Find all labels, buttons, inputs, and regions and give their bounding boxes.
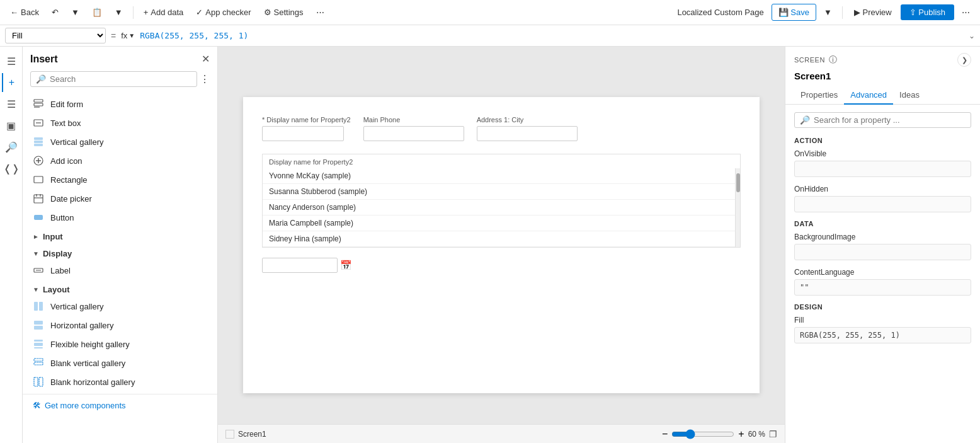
screen-help-icon[interactable]: ⓘ — [829, 54, 837, 66]
fx-button[interactable]: fx ▼ — [121, 31, 135, 40]
more-icon: ⋯ — [316, 8, 324, 17]
save-chevron-icon: ▼ — [824, 8, 832, 17]
input-section-label: Input — [43, 232, 63, 241]
text-box-label: Text box — [50, 118, 81, 128]
background-image-input[interactable] — [794, 244, 971, 260]
search-icon-btn[interactable]: 🔎 — [2, 137, 21, 156]
prop-background-image: BackgroundImage — [794, 233, 971, 260]
content-language-input[interactable] — [794, 279, 971, 296]
code-icon-btn[interactable]: ❬❭ — [2, 159, 21, 178]
property-select[interactable]: Fill — [5, 28, 106, 43]
fill-input[interactable] — [794, 327, 971, 343]
canvas-field-phone: Main Phone — [363, 116, 464, 141]
formula-input[interactable] — [140, 31, 964, 40]
insert-close-button[interactable]: ✕ — [202, 53, 210, 65]
action-section-title: ACTION — [794, 137, 971, 144]
get-more-link[interactable]: 🛠 Get more components — [23, 394, 217, 417]
insert-menu-button[interactable]: ⋮ — [200, 73, 210, 85]
more-button[interactable]: ⋯ — [311, 5, 329, 20]
gallery-header: Display name for Property2 — [263, 154, 740, 168]
formula-collapse-icon[interactable]: ⌄ — [969, 32, 975, 40]
fill-label: Fill — [794, 316, 971, 325]
save-icon: 💾 — [778, 8, 789, 17]
svg-rect-19 — [34, 302, 38, 311]
right-panel-collapse-button[interactable]: ❯ — [957, 53, 971, 67]
svg-rect-23 — [34, 340, 43, 342]
input-section-header[interactable]: ► Input — [23, 227, 217, 244]
vertical-gallery-2-label: Vertical gallery — [50, 302, 104, 311]
menu-icon-btn[interactable]: ☰ — [2, 52, 21, 71]
gallery-item-0[interactable]: Yvonne McKay (sample) — [263, 168, 740, 184]
zoom-out-button[interactable]: − — [662, 429, 668, 440]
on-visible-label: OnVisible — [794, 149, 971, 158]
zoom-slider[interactable] — [671, 429, 734, 439]
property-search-input[interactable] — [814, 115, 966, 125]
data-icon-btn[interactable]: ☰ — [2, 95, 21, 113]
app-checker-button[interactable]: ✓ App checker — [191, 5, 256, 20]
plus-icon: + — [144, 8, 149, 17]
field3-input[interactable] — [477, 126, 578, 141]
insert-item-vertical-gallery[interactable]: Vertical gallery — [23, 132, 217, 151]
toolbar: ← Back ↶ ▼ 📋 ▼ + Add data ✓ App checker … — [0, 0, 980, 25]
insert-item-rectangle[interactable]: Rectangle — [23, 170, 217, 189]
insert-item-date-picker[interactable]: Date picker — [23, 189, 217, 208]
gallery-item-4[interactable]: Sidney Hina (sample) — [263, 231, 740, 247]
copy-button[interactable]: 📋 — [87, 5, 107, 20]
tab-properties[interactable]: Properties — [794, 86, 844, 105]
gallery-item-2[interactable]: Nancy Anderson (sample) — [263, 200, 740, 216]
insert-item-text-box[interactable]: Text box — [23, 113, 217, 132]
gallery-scrollbar[interactable] — [735, 168, 740, 247]
insert-item-vertical-gallery-2[interactable]: Vertical gallery — [23, 297, 217, 316]
insert-item-button[interactable]: Button — [23, 208, 217, 227]
insert-item-flexible-height-gallery[interactable]: Flexible height gallery — [23, 335, 217, 354]
page-name: Localized Custom Page — [677, 8, 763, 17]
insert-item-horizontal-gallery[interactable]: Horizontal gallery — [23, 316, 217, 335]
insert-item-blank-vertical-gallery[interactable]: Blank vertical gallery — [23, 354, 217, 372]
save-dropdown[interactable]: ▼ — [819, 5, 837, 20]
add-data-button[interactable]: + Add data — [139, 5, 189, 20]
layout-section-header[interactable]: ▼ Layout — [23, 280, 217, 297]
svg-rect-28 — [34, 377, 38, 386]
rectangle-label: Rectangle — [50, 175, 88, 185]
publish-icon: ⇧ — [909, 8, 916, 17]
fullscreen-button[interactable]: ❐ — [769, 429, 777, 439]
hgallery-icon — [33, 319, 44, 331]
undo-button[interactable]: ↶ — [47, 5, 64, 20]
svg-rect-24 — [34, 343, 43, 346]
on-hidden-input[interactable] — [794, 196, 971, 212]
preview-button[interactable]: ▶ Preview — [848, 4, 898, 20]
more-options-button[interactable]: ⋯ — [957, 5, 975, 20]
back-button[interactable]: ← Back — [5, 5, 44, 20]
datepicker-input[interactable] — [262, 258, 338, 273]
right-panel-content: 🔎 ACTION OnVisible OnHidden DATA Backgro… — [785, 105, 980, 443]
display-section-header[interactable]: ▼ Display — [23, 244, 217, 261]
field2-input[interactable] — [363, 126, 464, 141]
tab-advanced[interactable]: Advanced — [844, 86, 893, 105]
insert-item-add-icon[interactable]: Add icon — [23, 151, 217, 170]
tab-ideas[interactable]: Ideas — [893, 86, 926, 105]
gallery-item-1[interactable]: Susanna Stubberod (sample) — [263, 184, 740, 200]
zoom-in-button[interactable]: + — [738, 429, 744, 440]
copy-dropdown[interactable]: ▼ — [110, 5, 128, 20]
settings-button[interactable]: ⚙ Settings — [259, 5, 309, 20]
svg-rect-21 — [34, 321, 43, 325]
insert-item-blank-horizontal-gallery[interactable]: Blank horizontal gallery — [23, 372, 217, 391]
publish-button[interactable]: ⇧ Publish — [901, 4, 954, 20]
gallery-item-3[interactable]: Maria Campbell (sample) — [263, 216, 740, 231]
undo-dropdown[interactable]: ▼ — [66, 5, 84, 20]
field1-input[interactable] — [262, 126, 344, 141]
save-button[interactable]: 💾 Save — [772, 4, 816, 21]
insert-title: Insert — [30, 54, 58, 65]
calendar-icon[interactable]: 📅 — [340, 260, 352, 271]
search-input[interactable] — [50, 74, 191, 84]
gear-icon: ⚙ — [264, 8, 271, 17]
button-label: Button — [50, 213, 74, 222]
insert-icon-btn[interactable]: + — [2, 73, 21, 92]
on-visible-input[interactable] — [794, 161, 971, 177]
screen-badge: Screen1 — [225, 430, 266, 439]
insert-item-edit-form[interactable]: Edit form — [23, 95, 217, 113]
svg-rect-12 — [34, 195, 43, 203]
insert-item-label[interactable]: Label — [23, 261, 217, 280]
tree-icon-btn[interactable]: ▣ — [2, 116, 21, 135]
publish-label: Publish — [918, 8, 945, 17]
